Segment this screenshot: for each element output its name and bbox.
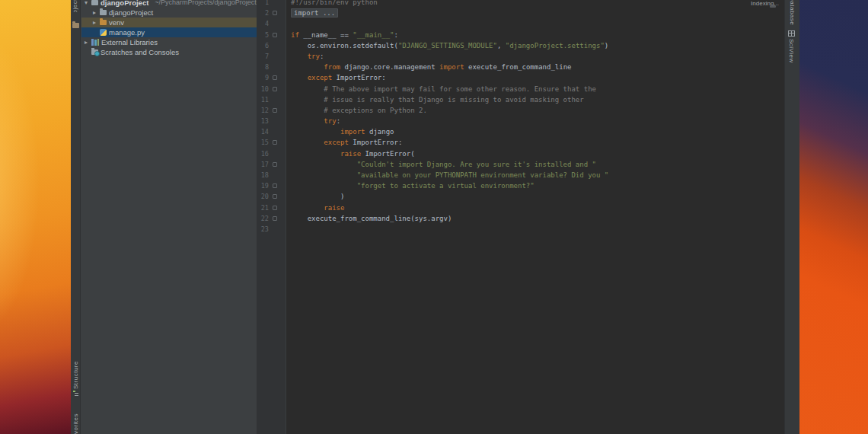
fold-marker-icon[interactable] xyxy=(273,87,277,91)
code-segment: if xyxy=(291,31,299,39)
folder-icon xyxy=(100,10,107,15)
fold-marker-icon[interactable] xyxy=(273,75,277,80)
fold-marker-icon[interactable] xyxy=(273,216,277,221)
code-text: except ImportError: xyxy=(291,72,386,83)
code-segment: "available on your PYTHONPATH environmen… xyxy=(291,171,608,179)
code-segment: "__main__" xyxy=(353,31,394,39)
line-number: 6 xyxy=(257,40,269,51)
code-editor[interactable]: 1#!/usr/bin/env python2import ...45if __… xyxy=(257,0,784,434)
pycharm-window: Project Structure Favorites ▾djangoProje… xyxy=(71,0,799,434)
tree-item-manage-py[interactable]: manage.py xyxy=(81,27,257,37)
code-text: "available on your PYTHONPATH environmen… xyxy=(291,170,608,180)
chevron-down-icon[interactable]: ▾ xyxy=(83,0,89,8)
tool-button-sciview-label: SciView xyxy=(788,39,795,63)
line-number: 7 xyxy=(257,51,269,62)
screenshot-root: Project Structure Favorites ▾djangoProje… xyxy=(0,0,868,434)
code-line-2[interactable]: 2import ... xyxy=(257,8,784,18)
scrollbar-mark[interactable] xyxy=(770,5,776,8)
tool-button-structure[interactable]: Structure xyxy=(72,361,79,396)
project-root-name: djangoProject xyxy=(101,0,148,7)
line-number: 23 xyxy=(257,224,269,235)
code-line-23[interactable]: 23 xyxy=(257,224,784,235)
code-line-22[interactable]: 22 execute_from_command_line(sys.argv) xyxy=(257,213,784,224)
fold-marker-icon[interactable] xyxy=(273,108,277,113)
tool-button-favorites[interactable]: Favorites xyxy=(72,413,79,434)
line-number: 10 xyxy=(257,84,269,94)
code-line-19[interactable]: 19 "forget to activate a virtual environ… xyxy=(257,180,784,191)
python-file-icon xyxy=(100,29,107,36)
fold-marker-icon[interactable] xyxy=(273,33,277,37)
line-number: 17 xyxy=(257,159,269,170)
code-line-11[interactable]: 11 # issue is really that Django is miss… xyxy=(257,94,784,105)
code-text: import ... xyxy=(291,8,338,18)
tree-item-venv[interactable]: ▸venv xyxy=(81,18,257,27)
code-line-6[interactable]: 6 os.environ.setdefault("DJANGO_SETTINGS… xyxy=(257,40,784,51)
code-line-10[interactable]: 10 # The above import may fail for some … xyxy=(257,84,784,94)
code-text: try: xyxy=(291,51,324,62)
code-segment: "DJANGO_SETTINGS_MODULE" xyxy=(398,42,497,49)
code-segment xyxy=(291,53,308,60)
line-number: 12 xyxy=(257,105,269,116)
code-text: os.environ.setdefault("DJANGO_SETTINGS_M… xyxy=(291,40,608,51)
code-line-14[interactable]: 14 import django xyxy=(257,126,784,137)
code-line-20[interactable]: 20 ) xyxy=(257,191,784,202)
chevron-right-icon[interactable]: ▸ xyxy=(83,37,89,47)
folder-icon xyxy=(91,0,98,5)
code-line-13[interactable]: 13 try: xyxy=(257,116,784,126)
code-line-17[interactable]: 17 "Couldn't import Django. Are you sure… xyxy=(257,159,784,170)
code-segment: , xyxy=(497,42,506,49)
code-segment: ) xyxy=(291,193,344,200)
code-segment: "forget to activate a virtual environmen… xyxy=(291,182,535,190)
code-line-12[interactable]: 12 # exceptions on Python 2. xyxy=(257,105,784,116)
code-segment: raise xyxy=(324,204,344,212)
code-segment xyxy=(291,128,340,136)
code-segment: : xyxy=(394,31,397,39)
code-text: ) xyxy=(291,191,344,202)
code-text: # exceptions on Python 2. xyxy=(291,105,427,116)
tool-button-database[interactable]: Database xyxy=(789,0,796,25)
tree-item-scratches-and-consoles[interactable]: Scratches and Consoles xyxy=(81,47,257,57)
chevron-right-icon[interactable]: ▸ xyxy=(91,18,97,27)
code-line-7[interactable]: 7 try: xyxy=(257,51,784,62)
tool-button-sciview[interactable]: SciView xyxy=(788,30,795,63)
code-line-8[interactable]: 8 from django.core.management import exe… xyxy=(257,62,784,72)
code-text: execute_from_command_line(sys.argv) xyxy=(291,213,452,224)
fold-marker-icon[interactable] xyxy=(273,11,277,15)
code-segment: import xyxy=(439,63,464,71)
code-area: 1#!/usr/bin/env python2import ...45if __… xyxy=(257,0,784,235)
code-segment: # issue is really that Django is missing… xyxy=(291,96,584,104)
fold-marker-icon[interactable] xyxy=(273,140,277,145)
code-segment: ImportError( xyxy=(361,150,414,158)
chevron-right-icon[interactable]: ▸ xyxy=(91,8,97,18)
code-segment: "djangoProject.settings" xyxy=(506,42,605,49)
code-segment: #!/usr/bin/env python xyxy=(291,0,378,6)
code-segment: execute_from_command_line xyxy=(464,63,572,71)
tree-item-external-libraries[interactable]: ▸External Libraries xyxy=(81,37,257,47)
tree-item-project-root[interactable]: ▾djangoProject~/PycharmProjects/djangoPr… xyxy=(81,0,257,8)
code-segment: except xyxy=(308,74,333,81)
fold-marker-icon[interactable] xyxy=(273,206,277,210)
code-line-21[interactable]: 21 raise xyxy=(257,203,784,213)
fold-marker-icon[interactable] xyxy=(273,194,277,199)
desktop-wallpaper-left xyxy=(0,0,71,434)
code-line-5[interactable]: 5if __name__ == "__main__": xyxy=(257,30,784,40)
excluded-folder-icon xyxy=(100,20,107,25)
code-line-16[interactable]: 16 raise ImportError( xyxy=(257,148,784,159)
line-number: 1 xyxy=(257,0,269,8)
line-number: 22 xyxy=(257,213,269,224)
tree-item-label: djangoProject xyxy=(109,8,153,17)
fold-marker-icon[interactable] xyxy=(273,162,277,167)
code-segment: : xyxy=(320,53,324,60)
code-line-18[interactable]: 18 "available on your PYTHONPATH environ… xyxy=(257,170,784,180)
tree-item-label: manage.py xyxy=(109,28,145,37)
fold-marker-icon[interactable] xyxy=(273,183,277,188)
tree-item-djangoproject[interactable]: ▸djangoProject xyxy=(81,8,257,18)
code-line-4[interactable]: 4 xyxy=(257,18,784,29)
scratches-icon xyxy=(91,49,98,55)
code-line-15[interactable]: 15 except ImportError: xyxy=(257,137,784,148)
code-line-1[interactable]: 1#!/usr/bin/env python xyxy=(257,0,784,8)
line-number: 19 xyxy=(257,180,269,191)
tool-button-project[interactable]: Project xyxy=(72,0,78,12)
code-line-9[interactable]: 9 except ImportError: xyxy=(257,72,784,83)
folder-icon[interactable] xyxy=(72,23,79,28)
